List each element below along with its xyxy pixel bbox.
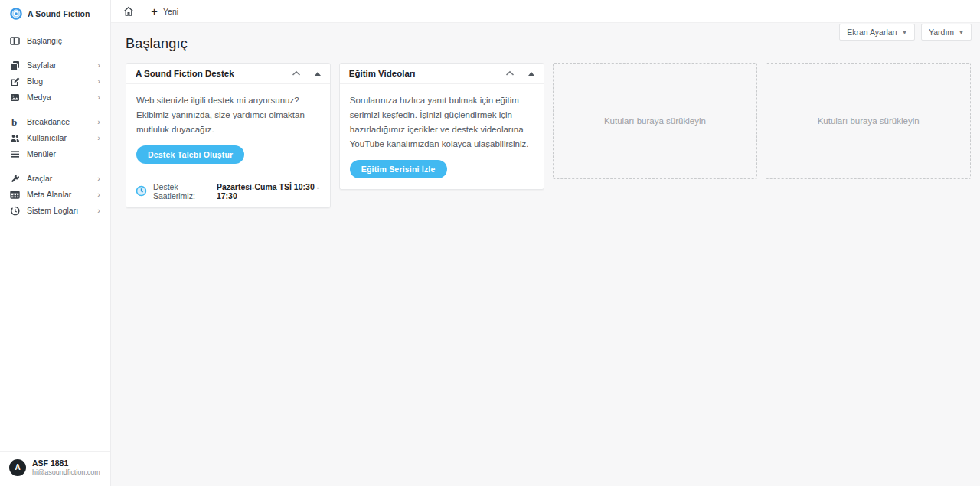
sidebar-item-label: Menüler (27, 150, 56, 158)
site-title: A Sound Fiction (28, 9, 90, 18)
svg-text:b: b (11, 117, 17, 127)
new-content-button[interactable]: ＋ Yeni (143, 3, 185, 19)
dashboard-grid: A Sound Fiction Destek Web sitenizle ilg… (126, 63, 971, 208)
sidebar-item-label: Medya (27, 93, 51, 102)
visit-site-button[interactable] (117, 3, 140, 20)
training-card-header[interactable]: Eğitim Videoları (340, 64, 544, 84)
sidebar-item-meta-alanlar[interactable]: Meta Alanlar › (0, 187, 110, 203)
clock-icon (136, 185, 147, 197)
dropzone-placeholder: Kutuları buraya sürükleyin (818, 116, 920, 126)
sidebar: A Sound Fiction Başlangıç Sayfalar › (0, 0, 111, 486)
sidebar-item-baslangic[interactable]: Başlangıç (0, 33, 110, 49)
dashboard-icon (10, 36, 20, 46)
support-hours-value: Pazartesi-Cuma TSİ 10:30 - 17:30 (217, 182, 321, 201)
sidebar-item-breakdance[interactable]: b Breakdance › (0, 114, 110, 130)
widget-dropzone-1[interactable]: Kutuları buraya sürükleyin (553, 63, 758, 179)
user-name: ASF 1881 (32, 458, 100, 468)
chevron-right-icon: › (97, 93, 100, 102)
training-videos-card: Eğitim Videoları Sorularınıza hızlıca ya… (339, 63, 544, 190)
screen-options-button[interactable]: Ekran Ayarları ▼ (839, 24, 915, 41)
sidebar-item-label: Sistem Logları (27, 207, 78, 215)
sidebar-item-label: Araçlar (27, 175, 52, 183)
sidebar-item-araclar[interactable]: Araçlar › (0, 171, 110, 187)
sidebar-item-label: Meta Alanlar (27, 191, 71, 199)
help-button[interactable]: Yardım ▼ (921, 24, 972, 41)
widget-dropzone-2[interactable]: Kutuları buraya sürükleyin (766, 63, 971, 179)
sidebar-item-blog[interactable]: Blog › (0, 73, 110, 90)
user-email: hi@asoundfiction.com (32, 468, 100, 477)
dropzone-placeholder: Kutuları buraya sürükleyin (604, 116, 706, 126)
chevron-right-icon: › (97, 118, 100, 126)
admin-topbar: ＋ Yeni (111, 0, 980, 23)
chevron-right-icon: › (97, 61, 100, 70)
support-hours-row: Destek Saatlerimiz: Pazartesi-Cuma TSİ 1… (126, 175, 330, 207)
users-icon (10, 133, 20, 143)
chevron-right-icon: › (97, 77, 100, 86)
breakdance-icon: b (10, 117, 20, 127)
sidebar-item-label: Sayfalar (27, 61, 57, 70)
training-card-title: Eğitim Videoları (349, 69, 416, 78)
sidebar-item-sistem-loglari[interactable]: Sistem Logları › (0, 203, 110, 219)
home-icon (123, 6, 134, 17)
chevron-right-icon: › (97, 207, 100, 215)
sound-fiction-logo-icon (10, 8, 22, 20)
chevron-right-icon: › (97, 191, 100, 199)
sidebar-item-kullanicilar[interactable]: Kullanıcılar › (0, 130, 110, 146)
chevron-down-icon: ▼ (902, 30, 907, 35)
sidebar-item-medya[interactable]: Medya › (0, 90, 110, 106)
training-card-body: Sorularınıza hızlıca yanıt bulmak için e… (340, 84, 544, 189)
screen-options-label: Ekran Ayarları (847, 28, 897, 37)
support-card-body: Web sitenizle ilgili destek mi arıyorsun… (126, 84, 330, 175)
support-card: A Sound Fiction Destek Web sitenizle ilg… (126, 63, 331, 208)
current-user[interactable]: A ASF 1881 hi@asoundfiction.com (0, 451, 110, 486)
tools-icon (10, 174, 20, 184)
create-support-request-button[interactable]: Destek Talebi Oluştur (136, 145, 244, 164)
sidebar-item-menuler[interactable]: Menüler (0, 146, 110, 162)
sidebar-item-label: Blog (27, 77, 43, 86)
sidebar-item-label: Breakdance (27, 118, 70, 126)
site-logo[interactable]: A Sound Fiction (0, 0, 110, 27)
watch-training-series-button[interactable]: Eğitim Serisini İzle (350, 160, 447, 178)
menu-icon (10, 149, 20, 159)
sidebar-item-label: Kullanıcılar (27, 134, 67, 142)
new-label: Yeni (163, 7, 178, 16)
sidebar-item-label: Başlangıç (27, 37, 62, 45)
chevron-right-icon: › (97, 175, 100, 183)
chevron-right-icon: › (97, 134, 100, 142)
avatar: A (9, 459, 26, 476)
help-label: Yardım (929, 28, 954, 37)
collapse-chevron-icon[interactable] (505, 70, 514, 77)
collapse-chevron-icon[interactable] (292, 70, 301, 77)
sidebar-nav: Başlangıç Sayfalar › Blog › (0, 27, 110, 219)
pages-icon (10, 60, 20, 70)
sidebar-item-sayfalar[interactable]: Sayfalar › (0, 57, 110, 73)
plus-icon: ＋ (149, 6, 159, 16)
media-icon (10, 93, 20, 103)
move-up-icon[interactable] (528, 72, 534, 76)
chevron-down-icon: ▼ (959, 30, 964, 35)
history-icon (10, 206, 20, 216)
support-card-header[interactable]: A Sound Fiction Destek (126, 64, 330, 84)
training-card-text: Sorularınıza hızlıca yanıt bulmak için e… (350, 96, 529, 148)
support-card-text: Web sitenizle ilgili destek mi arıyorsun… (136, 96, 305, 134)
main-content: Ekran Ayarları ▼ Yardım ▼ Başlangıç A So… (111, 23, 980, 486)
support-card-title: A Sound Fiction Destek (136, 69, 234, 78)
table-icon (10, 190, 20, 200)
edit-icon (10, 77, 20, 86)
move-up-icon[interactable] (315, 72, 321, 76)
support-hours-label: Destek Saatlerimiz: (153, 182, 211, 201)
